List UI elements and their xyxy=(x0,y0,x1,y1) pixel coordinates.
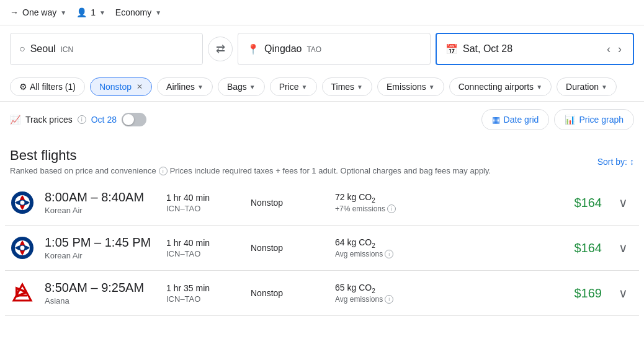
person-icon: 👤 xyxy=(76,7,87,17)
origin-field[interactable]: ○ Seoul ICN xyxy=(10,33,203,65)
chevron-down-icon: ▼ xyxy=(60,9,66,16)
arrow-right-icon: → xyxy=(10,7,19,17)
times-label: Times xyxy=(331,82,355,92)
airline-name: Korean Air xyxy=(45,251,156,260)
airlines-filter-button[interactable]: Airlines ▼ xyxy=(157,77,213,96)
chevron-down-icon: ▼ xyxy=(302,84,308,90)
flight-stops: Nonstop xyxy=(251,288,325,298)
sort-icon[interactable]: ↕ xyxy=(630,157,634,167)
price-graph-label: Price graph xyxy=(579,115,624,125)
times-filter-button[interactable]: Times ▼ xyxy=(322,77,373,96)
flight-stops: Nonstop xyxy=(251,243,325,253)
trending-icon: 📈 xyxy=(10,115,20,125)
info-icon[interactable]: i xyxy=(78,115,86,124)
time-range: 8:50AM – 9:25AM xyxy=(45,281,156,295)
track-prices-row: 📈 Track prices i Oct 28 ▦ Date grid 📊 Pr… xyxy=(0,102,644,138)
cabin-label: Economy xyxy=(115,7,151,17)
flights-list: 8:00AM – 8:40AM Korean Air 1 hr 40 min I… xyxy=(0,180,644,316)
duration-route: ICN–TAO xyxy=(166,294,241,304)
all-filters-button[interactable]: ⚙ All filters (1) xyxy=(10,77,85,96)
origin-code: ICN xyxy=(60,45,73,54)
airlines-label: Airlines xyxy=(166,82,195,92)
view-buttons: ▦ Date grid 📊 Price graph xyxy=(481,109,634,130)
price-value: $169 xyxy=(575,286,602,300)
date-grid-button[interactable]: ▦ Date grid xyxy=(481,109,550,130)
date-navigation: ‹ › xyxy=(604,40,624,58)
flight-emissions: 65 kg CO2 Avg emissions i xyxy=(335,283,542,304)
info-icon[interactable]: i xyxy=(159,167,168,175)
duration-time: 1 hr 40 min xyxy=(166,238,241,248)
flight-times: 8:00AM – 8:40AM Korean Air xyxy=(45,190,156,215)
best-flights-header: Best flights Ranked based on price and c… xyxy=(10,147,634,175)
airline-logo xyxy=(10,235,35,260)
sort-row: Sort by: ↕ xyxy=(597,157,634,167)
trip-type-selector[interactable]: → One way ▼ xyxy=(10,7,66,17)
next-date-button[interactable]: › xyxy=(615,40,624,58)
bags-label: Bags xyxy=(227,82,247,92)
track-prices-toggle[interactable] xyxy=(122,113,146,126)
date-field[interactable]: 📅 Sat, Oct 28 ‹ › xyxy=(436,33,634,65)
toggle-knob xyxy=(123,114,134,125)
chevron-down-icon: ▼ xyxy=(155,9,161,16)
emission-info-icon[interactable]: i xyxy=(385,295,393,304)
svg-point-5 xyxy=(20,201,25,205)
price-value: $164 xyxy=(575,196,602,209)
airline-name: Asiana xyxy=(45,296,156,305)
flight-times: 1:05 PM – 1:45 PM Korean Air xyxy=(45,235,156,260)
flight-times: 8:50AM – 9:25AM Asiana xyxy=(45,281,156,305)
nonstop-label: Nonstop xyxy=(99,82,132,92)
passengers-selector[interactable]: 👤 1 ▼ xyxy=(76,7,105,17)
chevron-down-icon: ▼ xyxy=(99,9,105,16)
prices-info: Prices include required taxes + fees for… xyxy=(170,166,491,175)
duration-route: ICN–TAO xyxy=(166,249,241,258)
location-icon: ○ xyxy=(19,43,25,55)
best-flights-subtitle: Ranked based on price and convenience i … xyxy=(10,166,491,175)
flight-price: $169 xyxy=(552,286,602,301)
calendar-icon: 📅 xyxy=(445,43,458,55)
flight-stops: Nonstop xyxy=(251,198,325,208)
bags-filter-button[interactable]: Bags ▼ xyxy=(218,77,265,96)
best-flights-title: Best flights xyxy=(10,147,491,164)
price-graph-button[interactable]: 📊 Price graph xyxy=(554,109,634,130)
cabin-selector[interactable]: Economy ▼ xyxy=(115,7,161,17)
flight-row[interactable]: ⊳ 8:50AM – 9:25AM Asiana 1 hr 35 min ICN… xyxy=(5,271,639,316)
emission-info-icon[interactable]: i xyxy=(387,204,396,213)
flight-row[interactable]: 1:05 PM – 1:45 PM Korean Air 1 hr 40 min… xyxy=(5,226,639,271)
nonstop-filter-button[interactable]: Nonstop ✕ xyxy=(90,77,152,96)
emission-value: 64 kg CO2 xyxy=(335,237,542,249)
pin-icon: 📍 xyxy=(247,43,259,55)
flight-row[interactable]: 8:00AM – 8:40AM Korean Air 1 hr 40 min I… xyxy=(5,180,639,226)
expand-button[interactable]: ∨ xyxy=(612,191,634,214)
swap-button[interactable]: ⇄ xyxy=(208,37,233,61)
flight-duration: 1 hr 35 min ICN–TAO xyxy=(166,283,241,304)
price-filter-button[interactable]: Price ▼ xyxy=(270,77,317,96)
close-icon: ✕ xyxy=(136,82,143,91)
duration-label: Duration xyxy=(566,82,599,92)
grid-icon: ▦ xyxy=(492,115,500,125)
dest-code: TAO xyxy=(306,45,321,54)
emission-label: Avg emissions i xyxy=(335,250,542,258)
chevron-down-icon: ▼ xyxy=(429,84,435,90)
track-prices-label: Track prices xyxy=(25,115,73,125)
flight-price: $164 xyxy=(552,241,602,255)
chevron-down-icon: ▼ xyxy=(249,84,256,90)
track-date: Oct 28 xyxy=(91,115,117,125)
expand-button[interactable]: ∨ xyxy=(612,282,634,304)
flight-duration: 1 hr 40 min ICN–TAO xyxy=(166,193,241,213)
duration-time: 1 hr 40 min xyxy=(166,193,241,203)
emissions-filter-button[interactable]: Emissions ▼ xyxy=(377,77,444,96)
flight-duration: 1 hr 40 min ICN–TAO xyxy=(166,238,241,258)
dest-city: Qingdao xyxy=(264,43,302,54)
duration-filter-button[interactable]: Duration ▼ xyxy=(557,77,617,96)
flight-emissions: 64 kg CO2 Avg emissions i xyxy=(335,237,542,259)
date-grid-label: Date grid xyxy=(504,115,539,125)
duration-route: ICN–TAO xyxy=(166,204,241,213)
destination-field[interactable]: 📍 Qingdao TAO xyxy=(238,33,431,65)
expand-button[interactable]: ∨ xyxy=(612,237,634,259)
graph-icon: 📊 xyxy=(565,115,575,125)
trip-type-label: One way xyxy=(22,7,56,17)
connecting-airports-filter-button[interactable]: Connecting airports ▼ xyxy=(449,77,552,96)
emission-info-icon[interactable]: i xyxy=(385,250,393,258)
airline-logo xyxy=(10,190,35,215)
prev-date-button[interactable]: ‹ xyxy=(604,40,613,58)
